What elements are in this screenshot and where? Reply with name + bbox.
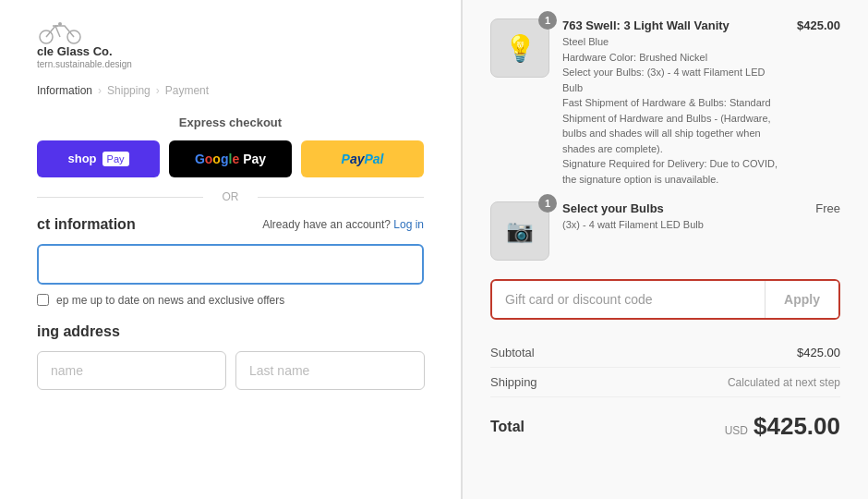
gpay-text: Pay [243,152,266,166]
logo-name: cle Glass Co. [37,44,113,59]
name-row [37,351,424,390]
subtotal-line: Subtotal $425.00 [490,338,840,368]
or-text: OR [223,190,239,203]
product-price-1: $425.00 [797,18,840,32]
shipping-line: Shipping Calculated at next step [490,368,840,397]
breadcrumb-payment: Payment [165,84,209,97]
product-badge-1: 1 [538,11,557,30]
camera-icon: 📷 [506,218,534,244]
logo-icon [37,18,83,44]
express-checkout-label: Express checkout [37,116,424,129]
apply-button[interactable]: Apply [765,281,838,318]
first-name-input[interactable] [37,351,226,390]
product-item: 💡 1 763 Swell: 3 Light Wall Vanity Steel… [490,18,840,187]
or-divider: OR [37,190,424,203]
product-details-2: Select your Bulbs (3x) - 4 watt Filament… [562,201,802,233]
pay-label: Pay [102,152,129,166]
subtotal-value: $425.00 [797,346,840,359]
product-image-wrapper-1: 💡 1 [490,18,549,78]
breadcrumb: Information › Shipping › Payment [37,84,424,97]
google-icon: Google [195,152,239,166]
email-input[interactable] [37,244,424,285]
login-link[interactable]: Log in [393,218,424,231]
left-panel: cle Glass Co. tern.sustainable.design In… [0,0,462,499]
svg-point-2 [58,22,62,26]
discount-input[interactable] [492,281,757,318]
express-buttons: shop Pay Google Pay PayPal [37,140,424,177]
right-panel: 💡 1 763 Swell: 3 Light Wall Vanity Steel… [462,0,868,499]
product-price-2: Free [815,201,840,215]
breadcrumb-sep-1: › [98,84,102,97]
total-label: Total [490,419,524,435]
contact-title: ct information [37,216,136,233]
last-name-input[interactable] [235,351,425,390]
product-item-2: 📷 1 Select your Bulbs (3x) - 4 watt Fila… [490,201,840,261]
newsletter-row: ep me up to date on news and exclusive o… [37,294,424,307]
product-details-1: 763 Swell: 3 Light Wall Vanity Steel Blu… [562,18,784,187]
logo-subtext: tern.sustainable.design [37,59,132,69]
already-account-label: Already have an account? [262,218,391,231]
already-account-text: Already have an account? Log in [262,218,424,231]
google-pay-button[interactable]: Google Pay [169,140,292,177]
shop-pay-button[interactable]: shop Pay [37,140,160,177]
product-image-1: 💡 [490,18,549,78]
breadcrumb-sep-2: › [156,84,160,97]
subtotal-label: Subtotal [490,346,535,359]
shipping-address-title: ing address [37,323,424,340]
newsletter-checkbox[interactable] [37,294,49,306]
product-name-2: Select your Bulbs [562,201,802,215]
total-amount: $425.00 [753,412,840,441]
product-image-2: 📷 [490,201,549,261]
product-meta-1: Steel Blue Hardware Color: Brushed Nicke… [562,34,784,187]
product-name-1: 763 Swell: 3 Light Wall Vanity [562,18,784,32]
product-badge-2: 1 [538,194,557,213]
paypal-logo: PayPal [342,152,384,166]
paypal-button[interactable]: PayPal [301,140,424,177]
shipping-label: Shipping [490,375,537,389]
product-image-wrapper-2: 📷 1 [490,201,549,261]
shipping-value: Calculated at next step [728,376,840,389]
total-value-group: USD $425.00 [725,412,840,441]
product-list: 💡 1 763 Swell: 3 Light Wall Vanity Steel… [490,18,840,261]
discount-section: Apply [490,279,840,320]
breadcrumb-shipping: Shipping [107,84,151,97]
breadcrumb-info: Information [37,84,92,97]
lamp-icon: 💡 [504,33,536,64]
product-meta-2: (3x) - 4 watt Filament LED Bulb [562,217,802,233]
total-currency: USD [725,424,748,437]
shop-pay-label: shop [67,152,96,165]
total-line: Total USD $425.00 [490,397,840,456]
contact-section-header: ct information Already have an account? … [37,216,424,233]
newsletter-label: ep me up to date on news and exclusive o… [56,294,284,307]
logo-area: cle Glass Co. tern.sustainable.design [37,18,424,69]
